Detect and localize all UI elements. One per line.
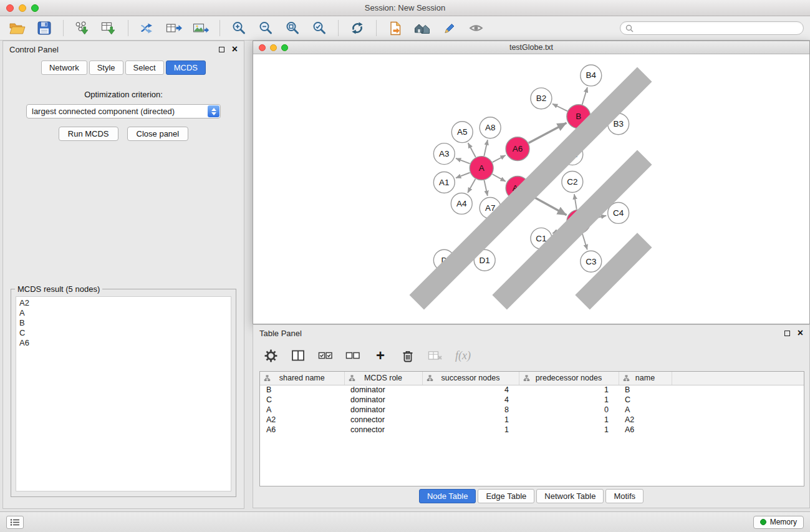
- table-row[interactable]: Cdominator41C: [260, 395, 804, 405]
- function-builder-button[interactable]: f(x): [455, 347, 471, 364]
- table-cell[interactable]: dominator: [344, 385, 422, 395]
- table-row[interactable]: Bdominator41B: [260, 385, 804, 395]
- tree-sort-icon: [264, 375, 271, 384]
- export-image-button[interactable]: [190, 19, 212, 37]
- delete-rows-button[interactable]: [400, 347, 415, 364]
- zoom-window-button[interactable]: [31, 4, 39, 12]
- table-cell[interactable]: 4: [422, 395, 519, 405]
- close-table-panel-icon[interactable]: ×: [798, 328, 803, 338]
- mcds-result-list[interactable]: A2ABCA6: [16, 296, 231, 491]
- network-canvas[interactable]: B4B2BB3A8A5A6A3B1AC2A1A2A4A7C4CC1C3DD1: [253, 54, 809, 324]
- destroy-table-button[interactable]: [428, 347, 443, 364]
- float-panel-icon[interactable]: [219, 47, 224, 52]
- mcds-result-item[interactable]: B: [19, 318, 228, 328]
- table-cell[interactable]: dominator: [344, 395, 422, 405]
- search-input[interactable]: [637, 24, 798, 32]
- table-tab-edge-table[interactable]: Edge Table: [478, 489, 534, 503]
- mcds-result-item[interactable]: A2: [19, 298, 228, 308]
- table-tab-node-table[interactable]: Node Table: [419, 489, 476, 503]
- toggle-columns-button[interactable]: [291, 347, 306, 364]
- refresh-view-button[interactable]: [346, 19, 369, 37]
- table-cell[interactable]: 1: [519, 395, 619, 405]
- float-table-panel-icon[interactable]: [784, 331, 790, 336]
- control-tab-select[interactable]: Select: [125, 60, 164, 75]
- status-menu-button[interactable]: [6, 516, 24, 529]
- control-tab-mcds[interactable]: MCDS: [166, 60, 206, 75]
- zoom-network-window-button[interactable]: [281, 44, 288, 51]
- home-button[interactable]: [411, 19, 433, 37]
- memory-button[interactable]: Memory: [753, 516, 804, 529]
- table-cell[interactable]: connector: [344, 415, 422, 425]
- minimize-window-button[interactable]: [19, 4, 26, 12]
- search-field[interactable]: [620, 21, 804, 35]
- zoom-out-button[interactable]: [254, 19, 277, 37]
- table-cell[interactable]: dominator: [344, 405, 422, 415]
- table-cell[interactable]: B: [260, 385, 344, 395]
- control-tab-network[interactable]: Network: [41, 60, 87, 75]
- table-cell[interactable]: A: [260, 405, 344, 415]
- column-header-label: predecessor nodes: [536, 374, 602, 382]
- table-cell[interactable]: A6: [260, 425, 344, 435]
- table-cell[interactable]: A2: [260, 415, 344, 425]
- table-cell[interactable]: C: [619, 395, 672, 405]
- close-network-window-button[interactable]: [259, 44, 266, 51]
- table-tab-network-table[interactable]: Network Table: [536, 489, 604, 503]
- save-session-button[interactable]: [33, 19, 55, 37]
- column-header-successor-nodes[interactable]: successor nodes: [422, 372, 519, 385]
- table-tab-motifs[interactable]: Motifs: [605, 489, 644, 503]
- import-table-button[interactable]: [98, 19, 120, 37]
- table-cell[interactable]: connector: [344, 425, 422, 435]
- table-cell[interactable]: 1: [519, 415, 619, 425]
- zoom-fit-button[interactable]: [281, 19, 304, 37]
- close-panel-icon[interactable]: ×: [232, 44, 238, 54]
- unselect-all-button[interactable]: [345, 347, 360, 364]
- run-mcds-button[interactable]: Run MCDS: [59, 127, 118, 141]
- table-cell[interactable]: A: [619, 405, 672, 415]
- table-cell[interactable]: 1: [519, 385, 619, 395]
- show-graphics-details-button[interactable]: [438, 19, 460, 37]
- export-document-button[interactable]: [384, 19, 407, 37]
- open-file-button[interactable]: [6, 19, 29, 37]
- close-panel-button[interactable]: Close panel: [127, 127, 189, 141]
- table-cell[interactable]: 8: [422, 405, 519, 415]
- toggle-view-button[interactable]: [465, 19, 487, 37]
- table-row[interactable]: Adominator80A: [260, 405, 804, 415]
- destroy-table-icon: [428, 350, 443, 362]
- criterion-dropdown[interactable]: largest connected component (directed): [26, 104, 221, 118]
- mcds-result-item[interactable]: C: [19, 328, 228, 338]
- add-row-button[interactable]: +: [373, 347, 388, 364]
- close-window-button[interactable]: [6, 4, 14, 12]
- control-tab-style[interactable]: Style: [89, 60, 123, 75]
- table-cell[interactable]: C: [260, 395, 344, 405]
- table-cell[interactable]: 1: [422, 415, 519, 425]
- table-cell[interactable]: B: [619, 385, 672, 395]
- table-cell[interactable]: 4: [422, 385, 519, 395]
- resize-grip-icon[interactable]: [253, 54, 809, 323]
- table-cell[interactable]: A6: [619, 425, 672, 435]
- select-all-icon: [318, 350, 333, 361]
- import-network-button[interactable]: [71, 19, 94, 37]
- mcds-result-item[interactable]: A6: [19, 338, 228, 348]
- table-cell[interactable]: 0: [519, 405, 619, 415]
- table-cell[interactable]: 1: [422, 425, 519, 435]
- table-row[interactable]: A2connector11A2: [260, 415, 804, 425]
- export-network-button[interactable]: [136, 19, 158, 37]
- table-cell[interactable]: 1: [519, 425, 619, 435]
- table-settings-button[interactable]: [263, 347, 278, 364]
- column-header-name[interactable]: name: [619, 372, 672, 385]
- zoom-selected-button[interactable]: [308, 19, 330, 37]
- trash-icon: [401, 349, 415, 362]
- table-cell[interactable]: A2: [619, 415, 672, 425]
- select-all-button[interactable]: [318, 347, 333, 364]
- column-header-predecessor-nodes[interactable]: predecessor nodes: [519, 372, 619, 385]
- export-table-button[interactable]: [163, 19, 185, 37]
- mcds-result-item[interactable]: A: [19, 308, 228, 318]
- minimize-network-window-button[interactable]: [270, 44, 277, 51]
- column-header-MCDS-role[interactable]: MCDS role: [344, 372, 422, 385]
- network-window-titlebar[interactable]: testGlobe.txt: [253, 41, 809, 54]
- column-header-shared-name[interactable]: shared name: [260, 372, 344, 385]
- table-row[interactable]: A6connector11A6: [260, 425, 804, 435]
- houses-icon: [414, 22, 431, 35]
- zoom-in-button[interactable]: [228, 19, 250, 37]
- zoom-out-icon: [258, 21, 273, 36]
